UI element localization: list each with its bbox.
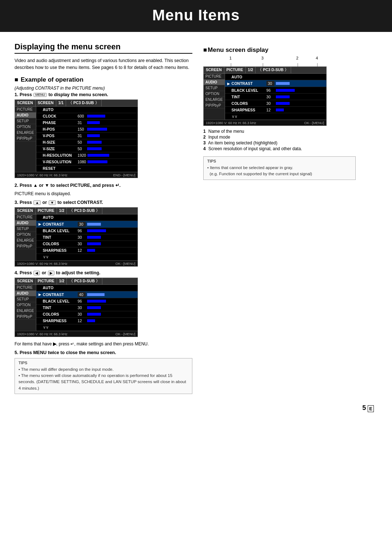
step1-num: 1. Press — [15, 92, 33, 97]
osd-footer-end: END···[MENU] — [113, 173, 135, 177]
osd-hdr-input-right: 〈 PC3 D-SUB 〉 — [256, 67, 291, 73]
tick-2: | — [297, 63, 298, 67]
osd-row-colors30: COLORS 30 — [36, 241, 138, 247]
osd-label-vres: V-RESOLUTION — [43, 160, 75, 164]
osd-sidebar-right: PICTURE AUDIO SETUP OPTION ENLARGE PIP/P… — [204, 74, 225, 120]
osd-row-sharpness30: SHARPNESS 12 — [36, 247, 138, 254]
step1-suffix: to display the menu screen. — [48, 92, 108, 97]
section-title-right: Menu screen display — [203, 46, 356, 54]
osd-hdr-pic30: SCREEN PICTURE 1/2 〈 PC3 D-SUB 〉 — [15, 208, 138, 214]
osd-hdr-screen30: SCREEN — [15, 208, 36, 214]
kbd-right-4: ▶ — [48, 271, 54, 275]
osd-label-clock: CLOCK — [43, 114, 75, 118]
tips-item-2: • The menu screen will close automatical… — [19, 373, 188, 391]
osd-row-vpos: V-POS 31 — [36, 133, 138, 139]
osd-sidebar-pic40: PICTURE AUDIO SETUP OPTION ENLARGE PIP/P… — [15, 285, 36, 331]
osd-row-contrast30: ▶ CONTRAST 30 — [36, 221, 138, 228]
osd-row-hsize: H-SIZE 50 — [36, 139, 138, 146]
page-number-area: 5 E — [0, 404, 392, 419]
sb-enlarge40: ENLARGE — [15, 308, 36, 314]
osd-row-auto: AUTO — [36, 107, 138, 113]
osd-body-pic30: PICTURE AUDIO SETUP OPTION ENLARGE PIP/P… — [15, 214, 138, 260]
osd-row-blacklevel40: BLACK LEVEL 96 — [36, 298, 138, 305]
page-header: Menu Items — [0, 0, 392, 32]
osd-bar-hsize — [87, 141, 102, 144]
osd-row-hres: H-RESOLUTION 1920 — [36, 152, 138, 159]
osd-value-vres: 1080 — [78, 160, 86, 164]
osd-hdr-page30: 1/2 — [57, 208, 67, 214]
osd-value-hsize: 50 — [78, 140, 86, 144]
kbd-enter-bottom: ↵ — [70, 341, 74, 346]
sb-picture40: PICTURE — [15, 285, 36, 291]
osd-bar-hres — [87, 154, 109, 157]
osd-body-screen: PICTURE AUDIO SETUP OPTION ENLARGE PIP/P… — [15, 107, 138, 172]
kbd-down-3: ▼ — [49, 200, 56, 205]
osd-row-tint30: TINT 30 — [36, 234, 138, 241]
osd-label-contrast40: CONTRAST — [43, 292, 75, 297]
sidebar-picture: PICTURE — [15, 107, 36, 112]
content-area: Displaying the menu screen Video and aud… — [0, 32, 392, 404]
step1-label: 1. Press MENU to display the menu screen… — [15, 92, 192, 97]
osd-hdr-right: SCREEN PICTURE 1/2 〈 PC3 D-SUB 〉 — [204, 67, 326, 74]
osd-header-page: 1/1 — [56, 100, 66, 106]
tips-title-bottom: TIPS — [19, 361, 188, 365]
step2-label: 2. Press ▲ or ▼ to select PICTURE, and p… — [15, 182, 192, 189]
osd-label-auto: AUTO — [43, 107, 75, 112]
osd-label-vsize: V-SIZE — [43, 147, 75, 151]
osd-header-screen-name: SCREEN — [36, 100, 56, 106]
osd-sidebar-screen: PICTURE AUDIO SETUP OPTION ENLARGE PIP/P… — [15, 107, 36, 172]
example-title: Example of operation — [15, 76, 192, 83]
osd-arrow-contrast40: ▶ — [38, 292, 42, 296]
sb-option-right: OPTION — [204, 91, 225, 97]
tick-1: | — [230, 63, 232, 67]
tick-marks: | | | | — [203, 63, 334, 66]
osd-label-contrast30: CONTRAST — [43, 222, 75, 226]
osd-value-contrast40: 40 — [78, 292, 86, 297]
osd-row-colors40: COLORS 30 — [36, 311, 138, 318]
osd-footer-pic30: 1920×1080 V: 60 Hz H: 66.3 kHz OK···[MEN… — [15, 260, 138, 266]
sb-enlarge30: ENLARGE — [15, 238, 36, 243]
osd-footer-res: 1920×1080 V: 60 Hz H: 66.3 kHz — [17, 173, 68, 177]
marker-3: 3 — [261, 56, 264, 60]
osd-row-contrast-right: ▶ CONTRAST 30 — [225, 80, 326, 87]
sb-option30: OPTION — [15, 232, 36, 238]
sidebar-audio: AUDIO — [15, 112, 36, 118]
osd-header-input: 〈 PC3 D-SUB 〉 — [66, 100, 101, 106]
osd-row-phase: PHASE 31 — [36, 120, 138, 126]
sb-pip40: PIP/PbyP — [15, 314, 36, 320]
intro-text: Video and audio adjustment and settings … — [15, 57, 192, 71]
osd-bar-phase — [87, 121, 100, 124]
tips-text-right-2: (e.g. Function not supported by the curr… — [207, 171, 352, 177]
sb-pip30: PIP/PbyP — [15, 243, 36, 249]
osd-row-vsize: V-SIZE 50 — [36, 146, 138, 152]
sb-setup-right: SETUP — [204, 85, 225, 91]
sb-picture-right: PICTURE — [204, 74, 225, 79]
kbd-up-2: ▲ — [33, 183, 37, 188]
page-wrapper: Menu Items Displaying the menu screen Vi… — [0, 0, 392, 419]
osd-body-right: PICTURE AUDIO SETUP OPTION ENLARGE PIP/P… — [204, 74, 326, 120]
osd-hdr-screen-right: SCREEN — [204, 67, 224, 73]
kbd-up-3: ▲ — [33, 200, 41, 205]
osd-label-reset: RESET — [43, 166, 75, 171]
osd-hdr-page40: 1/2 — [57, 278, 67, 284]
osd-value-phase: 31 — [78, 120, 86, 125]
osd-body-pic40: PICTURE AUDIO SETUP OPTION ENLARGE PIP/P… — [15, 285, 138, 331]
osd-row-clock: CLOCK 600 — [36, 113, 138, 120]
sb-setup40: SETUP — [15, 296, 36, 302]
osd-row-contrast40: ▶ CONTRAST 40 — [36, 291, 138, 298]
sidebar-pip: PIP/PbyP — [15, 136, 36, 141]
osd-row-vres: V-RESOLUTION 1080 — [36, 159, 138, 165]
osd-main-pic40: AUTO ▶ CONTRAST 40 BLACK LEVEL — [36, 285, 138, 331]
legend-list: 1 Name of the menu 2 Input mode 3 An ite… — [203, 129, 356, 151]
osd-row-colors-right: COLORS 30 — [225, 100, 326, 107]
osd-footer-pic40: 1920×1080 V: 60 Hz H: 66.3 kHz OK···[MEN… — [15, 331, 138, 337]
sb-pip-right: PIP/PbyP — [204, 103, 225, 108]
legend-item-1: 1 Name of the menu — [203, 129, 356, 134]
sb-audio30: AUDIO — [15, 220, 36, 226]
osd-row-hpos: H-POS 150 — [36, 126, 138, 133]
osd-value-clock: 600 — [78, 114, 86, 118]
osd-hdr-pic40: SCREEN PICTURE 1/2 〈 PC3 D-SUB 〉 — [15, 278, 138, 285]
tips-text-right-1: • Items that cannot be selected appear i… — [207, 165, 352, 171]
osd-row-more30: ∨∨ — [36, 254, 138, 260]
osd-screen-menu: SCREEN SCREEN 1/1 〈 PC3 D-SUB 〉 PICTURE … — [15, 99, 138, 178]
